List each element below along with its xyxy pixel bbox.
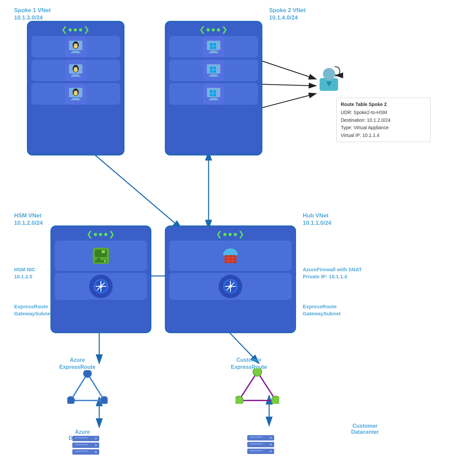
hsm-gateway-label: ExpressRoute GatewaySubnet	[14, 303, 52, 317]
route-table-vip: Virtual IP: 10.1.1.4	[341, 132, 426, 139]
spoke2-vnet-box: ❮●●●❯	[165, 21, 262, 155]
svg-point-99	[235, 396, 243, 404]
hsm-vnet-box: ❮●●●❯	[50, 225, 151, 333]
spoke2-vm3-icon	[203, 83, 224, 105]
hub-vnet-header: ❮●●●❯	[169, 230, 292, 239]
spoke2-vm2-icon	[203, 60, 224, 81]
svg-rect-61	[210, 90, 213, 93]
spoke2-vm1-row	[169, 36, 258, 58]
spoke1-vm2-row	[31, 60, 120, 81]
svg-line-13	[256, 94, 316, 109]
hub-gateway-label: ExpressRoute GatewaySubnet	[303, 303, 341, 317]
svg-rect-108	[75, 444, 88, 445]
svg-rect-52	[210, 74, 217, 76]
svg-rect-63	[210, 94, 213, 96]
spoke2-chevron-icon: ❮●●●❯	[199, 25, 228, 34]
svg-rect-25	[72, 74, 79, 76]
svg-rect-56	[210, 70, 213, 73]
svg-rect-49	[210, 46, 213, 49]
hsm-appliance-icon	[87, 242, 114, 269]
hub-vnet-label: Hub VNet 10.1.1.0/24	[303, 212, 331, 227]
route-table-udr: UDR: Spoke2-to-HSM	[341, 109, 426, 116]
svg-rect-59	[210, 98, 217, 99]
svg-rect-70	[95, 250, 107, 257]
svg-rect-55	[213, 67, 216, 69]
svg-point-98	[253, 369, 262, 376]
hub-vnet-box: ❮●●●❯	[165, 225, 296, 333]
route-table-type: Type: Virtual Appliance	[341, 124, 426, 131]
svg-rect-118	[250, 450, 263, 451]
hub-gateway-icon	[219, 275, 242, 298]
spoke1-chevron-icon: ❮●●●❯	[61, 25, 90, 34]
svg-point-21	[74, 44, 75, 44]
customer-datacenter-icon	[246, 432, 276, 456]
spoke2-vnet-label: Spoke 2 VNet 10.1.4.0/24	[269, 7, 306, 22]
firewall-label: AzureFirewall with SNAT Private IP: 10.1…	[303, 266, 362, 280]
diagram-container: Spoke 1 VNet 10.1.3.0/24 ❮●●●❯	[0, 0, 476, 456]
svg-rect-26	[71, 76, 80, 77]
azure-expressroute-label: Azure ExpressRoute	[50, 357, 104, 371]
svg-point-41	[74, 91, 75, 92]
customer-datacenter-label: Customer Datacenter	[340, 423, 390, 435]
svg-rect-50	[213, 46, 216, 49]
hub-firewall-row	[169, 241, 292, 271]
user-icon-area	[316, 64, 343, 96]
svg-point-115	[270, 450, 272, 452]
svg-point-74	[104, 260, 106, 262]
svg-point-94	[83, 370, 91, 378]
svg-rect-60	[209, 99, 218, 100]
route-table-box: Route Table Spoke 2 UDR: Spoke2-to-HSM D…	[336, 98, 431, 142]
spoke2-vm1-icon	[203, 36, 224, 58]
svg-point-100	[271, 396, 279, 404]
svg-rect-16	[71, 52, 80, 53]
route-table-destination: Destination: 10.1.2.0/24	[341, 116, 426, 124]
svg-line-11	[256, 59, 316, 79]
svg-point-92	[229, 285, 232, 288]
hsm-appliance-row	[55, 241, 147, 271]
svg-point-113	[270, 437, 272, 439]
svg-point-96	[100, 396, 108, 404]
spoke2-vm2-row	[169, 60, 258, 81]
svg-line-12	[256, 84, 316, 86]
svg-rect-116	[250, 436, 263, 438]
svg-rect-15	[72, 51, 79, 52]
spoke1-vm1-row	[31, 36, 120, 58]
svg-point-66	[323, 68, 335, 80]
svg-rect-35	[72, 98, 79, 99]
hsm-chevron-icon: ❮●●●❯	[86, 230, 115, 239]
svg-point-106	[95, 451, 97, 453]
svg-rect-57	[213, 70, 216, 73]
svg-rect-48	[213, 43, 216, 46]
svg-rect-46	[209, 52, 218, 53]
spoke1-vm3-row	[31, 83, 120, 105]
spoke1-vm2-icon	[65, 60, 86, 81]
svg-rect-45	[210, 51, 217, 52]
hsm-gateway-row	[55, 273, 147, 300]
svg-rect-109	[75, 451, 88, 452]
customer-expressroute-node	[235, 369, 279, 405]
spoke2-vnet-header: ❮●●●❯	[169, 25, 258, 34]
svg-rect-47	[210, 43, 213, 46]
svg-point-42	[76, 91, 77, 92]
azure-datacenter-icon	[71, 432, 101, 456]
svg-point-114	[270, 444, 272, 446]
svg-point-22	[76, 44, 77, 44]
svg-point-104	[95, 437, 97, 440]
svg-point-32	[76, 67, 77, 68]
svg-line-4	[91, 151, 182, 229]
svg-rect-62	[213, 90, 216, 93]
hsm-nic-label: HSM NIC 10.1.2.5	[14, 266, 35, 280]
svg-rect-54	[210, 67, 213, 69]
spoke2-vm3-row	[169, 83, 258, 105]
svg-rect-83	[224, 255, 236, 263]
svg-rect-53	[209, 76, 218, 77]
svg-point-79	[100, 285, 102, 288]
spoke1-vm3-icon	[65, 83, 86, 105]
hub-gateway-row	[169, 273, 292, 300]
spoke1-vnet-label: Spoke 1 VNet 10.1.3.0/24	[14, 7, 51, 22]
hsm-vnet-header: ❮●●●❯	[55, 230, 147, 239]
hsm-gateway-icon	[89, 275, 113, 298]
svg-point-31	[74, 67, 75, 68]
svg-point-95	[67, 396, 75, 404]
hub-chevron-icon: ❮●●●❯	[216, 230, 245, 239]
